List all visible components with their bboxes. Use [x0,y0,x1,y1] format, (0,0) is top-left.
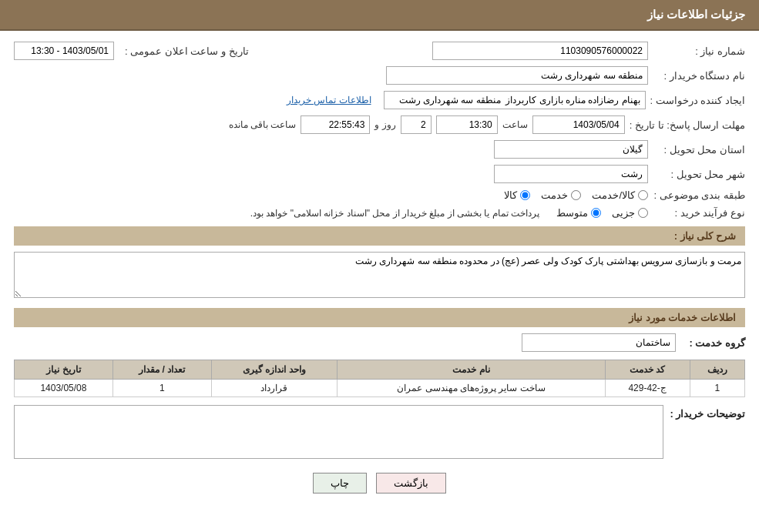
category-khedmat-item[interactable]: خدمت [541,189,581,201]
group-service-row: گروه خدمت : [14,333,745,352]
category-kala-radio[interactable] [520,190,530,200]
purchase-jozei-radio[interactable] [638,208,648,218]
requester-label: ایجاد کننده درخواست : [650,95,745,106]
print-button[interactable]: چاپ [313,473,367,494]
need-number-input[interactable] [432,42,648,60]
province-row: استان محل تحویل : [14,140,745,159]
send-days-input[interactable] [401,115,432,134]
cell-unit: قرارداد [211,380,338,397]
category-radio-group: کالا/خدمت خدمت کالا [504,189,648,201]
purchase-jozei-item[interactable]: جزیی [612,207,648,219]
page-header: جزئیات اطلاعات نیاز [0,0,759,31]
city-label: شهر محل تحویل : [653,169,745,180]
purchase-note: پرداخت تمام یا بخشی از مبلغ خریدار از مح… [250,208,539,219]
buyer-org-label: نام دستگاه خریدار : [653,70,745,82]
purchase-type-label: نوع فرآیند خرید : [653,207,745,219]
col-header-count: تعداد / مقدار [113,360,211,380]
description-section-label: شرح کلی نیاز : [674,230,736,242]
description-section-header: شرح کلی نیاز : [14,226,745,246]
purchase-type-radio-group: جزیی متوسط [556,207,648,219]
date-announce-label: تاریخ و ساعت اعلان عمومی : [125,45,249,57]
back-button[interactable]: بازگشت [376,473,446,494]
description-row: مرمت و بازسازی سرویس بهداشتی پارک کودک و… [14,252,745,300]
category-kala-label: کالا [504,189,517,201]
cell-date: 1403/05/08 [15,380,113,397]
group-service-label: گروه خدمت : [683,337,745,349]
contact-info-link[interactable]: اطلاعات تماس خریدار [287,95,371,105]
services-table: ردیف کد خدمت نام خدمت واحد اندازه گیری ت… [14,360,745,397]
button-row: بازگشت چاپ [14,473,745,494]
cell-code: ج-42-429 [605,380,690,397]
col-header-row: ردیف [690,360,744,380]
send-deadline-row: مهلت ارسال پاسخ: تا تاریخ : ساعت روز و س… [14,115,745,134]
category-label: طبقه بندی موضوعی : [653,189,745,201]
category-kala-khedmat-radio[interactable] [638,190,648,200]
category-kala-khedmat-label: کالا/خدمت [592,189,635,201]
send-remaining-label: ساعت باقی مانده [229,119,297,130]
purchase-motavasset-item[interactable]: متوسط [556,207,601,219]
need-number-label: شماره نیاز : [653,45,745,57]
purchase-type-row: نوع فرآیند خرید : جزیی متوسط پرداخت تمام… [14,207,745,219]
col-header-name: نام خدمت [338,360,605,380]
services-section-label: اطلاعات خدمات مورد نیاز [629,312,736,323]
page-title: جزئیات اطلاعات نیاز [647,8,745,21]
category-row: طبقه بندی موضوعی : کالا/خدمت خدمت کالا [14,189,745,201]
category-kala-item[interactable]: کالا [504,189,530,201]
requester-row: ایجاد کننده درخواست : اطلاعات تماس خریدا… [14,91,745,109]
table-row: 1 ج-42-429 ساخت سایر پروژه‌های مهندسی عم… [15,380,745,397]
cell-count: 1 [113,380,211,397]
description-textarea[interactable]: مرمت و بازسازی سرویس بهداشتی پارک کودک و… [14,252,745,298]
send-days-label: روز و [374,119,395,130]
send-deadline-label: مهلت ارسال پاسخ: تا تاریخ : [630,119,745,131]
buyer-org-input[interactable] [386,66,648,85]
buyer-org-row: نام دستگاه خریدار : [14,66,745,85]
cell-row: 1 [690,380,744,397]
buyer-notes-row: توضیحات خریدار : [14,405,745,459]
category-kala-khedmat-item[interactable]: کالا/خدمت [592,189,648,201]
services-section-header: اطلاعات خدمات مورد نیاز [14,308,745,327]
date-announce-input[interactable] [14,42,114,60]
requester-input[interactable] [384,91,646,109]
group-service-input[interactable] [522,333,676,352]
category-khedmat-label: خدمت [541,189,568,201]
purchase-motavasset-label: متوسط [556,207,588,219]
city-input[interactable] [494,165,648,183]
send-date-input[interactable] [532,115,625,134]
need-number-row: شماره نیاز : تاریخ و ساعت اعلان عمومی : [14,42,745,60]
province-input[interactable] [494,140,648,159]
city-row: شهر محل تحویل : [14,165,745,183]
buyer-notes-box [14,405,663,459]
col-header-date: تاریخ نیاز [15,360,113,380]
send-remaining-input[interactable] [301,115,370,134]
col-header-unit: واحد اندازه گیری [211,360,338,380]
cell-name: ساخت سایر پروژه‌های مهندسی عمران [338,380,605,397]
purchase-jozei-label: جزیی [612,207,635,219]
send-time-input[interactable] [436,115,498,134]
services-table-section: ردیف کد خدمت نام خدمت واحد اندازه گیری ت… [14,360,745,397]
send-time-label-static: ساعت [502,119,528,130]
col-header-code: کد خدمت [605,360,690,380]
category-khedmat-radio[interactable] [571,190,581,200]
purchase-motavasset-radio[interactable] [591,208,601,218]
buyer-notes-label: توضیحات خریدار : [670,405,745,420]
province-label: استان محل تحویل : [653,144,745,156]
